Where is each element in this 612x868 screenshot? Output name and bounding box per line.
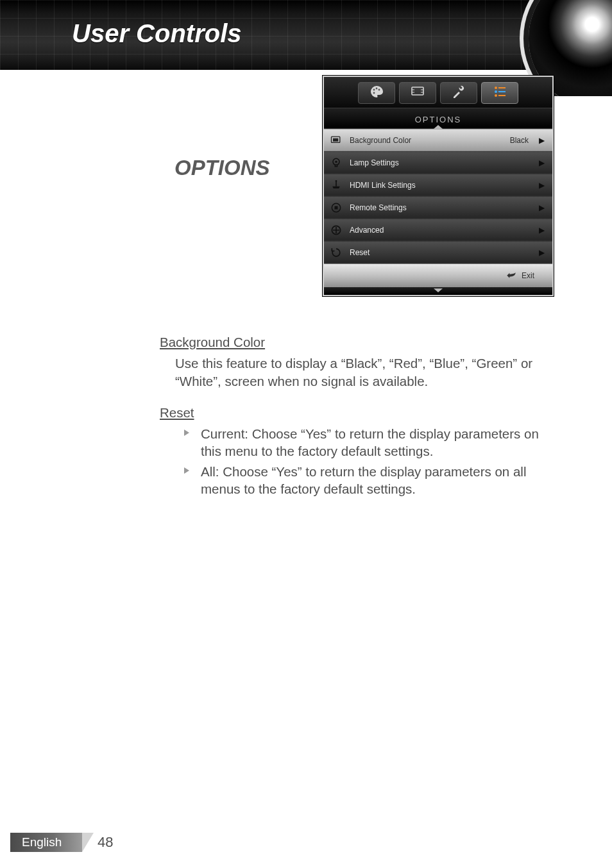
osd-item-remote[interactable]: Remote Settings ▶ [324,196,552,219]
svg-rect-12 [333,138,338,141]
osd-category-text: OPTIONS [415,115,462,124]
svg-point-5 [495,87,497,89]
page-footer: English 48 [0,830,612,852]
svg-rect-4 [412,87,423,95]
scroll-up-caret-icon [434,125,443,129]
header-title: User Controls [72,19,242,48]
svg-rect-10 [498,95,506,96]
osd-tab-bar [324,77,552,108]
svg-point-15 [336,180,337,182]
svg-rect-6 [498,87,506,88]
svg-point-1 [376,88,378,90]
reset-list-item: Current: Choose “Yes” to return the disp… [184,425,557,460]
section-title: OPTIONS [174,156,270,180]
language-badge: English [10,833,82,852]
chevron-right-icon: ▶ [539,181,545,190]
reset-list-item: All: Choose “Yes” to return the display … [184,463,557,498]
osd-list: Background Color Black ▶ Lamp Settings ▶… [324,129,552,263]
chevron-right-icon: ▶ [539,203,545,212]
osd-item-label: Lamp Settings [350,158,532,167]
osd-menu: OPTIONS Background Color Black ▶ Lamp Se… [323,76,554,296]
reset-heading: Reset [160,404,557,421]
svg-point-2 [378,89,380,91]
body-content: Background Color Use this feature to dis… [160,333,557,500]
tools-icon [450,84,468,102]
page-number: 48 [98,834,113,851]
hdmi-icon [329,178,343,192]
language-badge-tail [82,833,94,852]
osd-footer: Exit [324,263,552,287]
display-icon [329,133,343,147]
exit-label[interactable]: Exit [522,271,534,280]
advanced-icon [329,223,343,237]
screen-icon [409,84,427,102]
osd-item-background-color[interactable]: Background Color Black ▶ [324,129,552,151]
svg-point-14 [335,160,337,162]
chevron-right-icon: ▶ [539,158,545,167]
back-arrow-icon [506,271,516,281]
background-color-heading: Background Color [160,333,557,351]
osd-item-label: Background Color [350,136,504,145]
svg-rect-8 [498,91,506,92]
language-label: English [22,835,62,849]
osd-item-label: Reset [350,248,532,257]
palette-icon [368,84,386,102]
svg-rect-17 [335,206,338,209]
svg-point-9 [495,94,497,97]
osd-item-lamp-settings[interactable]: Lamp Settings ▶ [324,151,552,174]
reset-list: Current: Choose “Yes” to return the disp… [184,425,557,497]
svg-point-0 [373,89,375,91]
setup-tab[interactable] [440,82,477,104]
display-tab[interactable] [399,82,436,104]
lamp-icon [329,156,343,170]
chevron-right-icon: ▶ [539,226,545,235]
background-color-paragraph: Use this feature to display a “Black”, “… [175,355,557,390]
osd-item-label: Remote Settings [350,203,532,212]
reset-icon [329,246,343,260]
osd-bottom-cap [324,287,552,295]
remote-icon [329,201,343,215]
osd-item-label: Advanced [350,226,532,235]
osd-item-value: Black [510,136,529,145]
svg-point-7 [495,90,497,93]
osd-item-advanced[interactable]: Advanced ▶ [324,219,552,241]
scroll-down-caret-icon [434,288,443,292]
osd-item-label: HDMI Link Settings [350,181,532,190]
osd-item-hdmi-link[interactable]: HDMI Link Settings ▶ [324,174,552,196]
osd-category-label: OPTIONS [324,108,552,129]
page-header: User Controls [0,0,612,70]
options-tab[interactable] [481,82,518,104]
svg-point-3 [373,92,375,94]
chevron-right-icon: ▶ [539,248,545,257]
sliders-icon [491,84,509,102]
chevron-right-icon: ▶ [539,136,545,145]
picture-tab[interactable] [358,82,395,104]
osd-item-reset[interactable]: Reset ▶ [324,241,552,263]
